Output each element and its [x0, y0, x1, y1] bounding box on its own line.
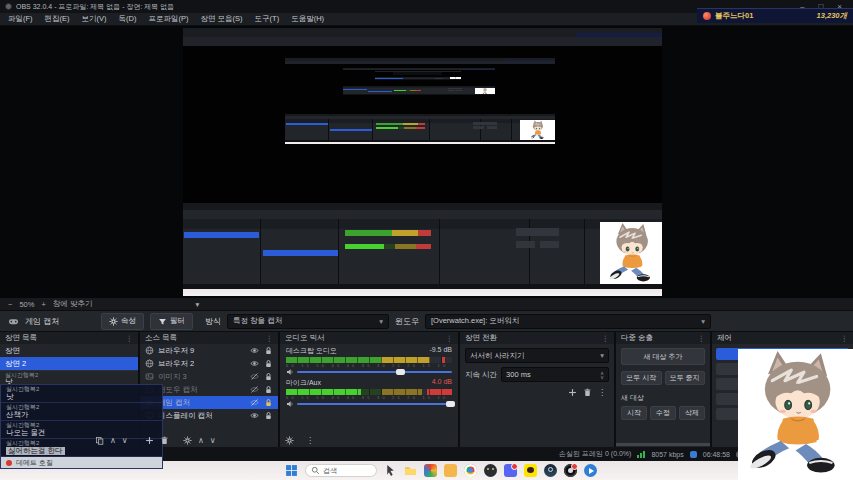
add-transition-icon[interactable] — [568, 388, 577, 397]
nested-desktop-level-2 — [285, 58, 555, 144]
lock-icon[interactable] — [264, 372, 273, 381]
taskbar-search[interactable]: 검색 — [305, 464, 377, 477]
taskbar-icon-kakaotalk[interactable] — [524, 464, 537, 477]
character-image — [738, 349, 853, 480]
eye-icon[interactable] — [250, 359, 259, 368]
mixer-gear-icon[interactable] — [285, 436, 294, 445]
multistream-scrollbar[interactable] — [616, 443, 710, 446]
duplicate-scene-icon[interactable] — [95, 436, 104, 445]
taskbar-icon-steam[interactable] — [544, 464, 557, 477]
transition-type-dropdown[interactable]: 서서히 사라지기▾ — [465, 348, 609, 363]
nested-desktop-level-3 — [343, 68, 495, 95]
source-down-icon[interactable]: ∨ — [210, 436, 216, 445]
source-row[interactable]: 브라우저 2 — [140, 357, 278, 370]
desktop-volume-slider[interactable] — [286, 368, 452, 376]
taskbar-icon-discord[interactable] — [504, 464, 517, 477]
multistream-menu-icon[interactable]: ⋮ — [698, 334, 706, 343]
menu-docks[interactable]: 독(D) — [119, 14, 137, 24]
signal-icon — [637, 451, 645, 458]
gamepad-icon — [8, 316, 19, 327]
remove-source-icon[interactable] — [160, 436, 169, 445]
record-dot-icon — [6, 460, 12, 466]
lock-icon[interactable] — [264, 385, 273, 394]
taskbar-icon-obs[interactable] — [564, 464, 577, 477]
taskbar-icon-folder[interactable] — [404, 464, 417, 477]
target-start-button[interactable]: 시작 — [621, 406, 647, 420]
lock-icon[interactable] — [264, 411, 273, 420]
selected-source-name: 게임 캡처 — [25, 316, 77, 327]
scene-down-icon[interactable]: ∨ — [122, 436, 128, 445]
menu-help[interactable]: 도움말(H) — [291, 14, 324, 24]
fit-to-window[interactable]: 창에 맞추기 — [53, 299, 93, 309]
duration-spinbox[interactable]: 300 ms ∧∨ — [501, 367, 609, 382]
dropped-frames: 손실된 프레임 0 (0.0%) — [559, 449, 631, 459]
speaker-icon[interactable] — [286, 368, 294, 376]
start-all-button[interactable]: 모두 시작 — [621, 371, 662, 385]
preview-canvas-content[interactable] — [183, 28, 662, 296]
transition-title: 장면 전환 — [465, 333, 497, 343]
mixer-menu-icon[interactable]: ⋮ — [446, 334, 454, 343]
taskbar-icon-files[interactable] — [444, 464, 457, 477]
stop-all-button[interactable]: 모두 중지 — [665, 371, 706, 385]
lock-icon[interactable] — [264, 359, 273, 368]
menu-scene-collection[interactable]: 장면 모음(S) — [201, 14, 243, 24]
overlay-scene-item[interactable]: 실시간행복2 낫 — [1, 385, 162, 403]
sources-title: 소스 목록 — [145, 333, 177, 343]
lock-icon[interactable] — [264, 398, 273, 407]
mixer-dots-icon[interactable]: ⋮ — [306, 436, 314, 445]
transition-dots-icon[interactable]: ⋮ — [598, 388, 606, 397]
lock-icon[interactable] — [264, 346, 273, 355]
menu-tools[interactable]: 도구(T) — [255, 14, 280, 24]
eye-off-icon[interactable] — [250, 372, 259, 381]
source-properties-icon[interactable] — [183, 436, 192, 445]
badge-logo-icon — [703, 12, 711, 20]
scene-item[interactable]: 장면 — [0, 344, 138, 357]
taskbar-icon-edge[interactable] — [424, 464, 437, 477]
mic-db-value: 4.0 dB — [432, 378, 452, 388]
zoom-caret-icon[interactable]: ▾ — [195, 300, 199, 309]
controls-title: 제어 — [717, 333, 732, 343]
start-button-icon[interactable] — [285, 464, 298, 477]
menu-profile[interactable]: 프로파일(P) — [149, 14, 189, 24]
zoom-out-button[interactable]: − — [8, 300, 12, 309]
scenes-menu-icon[interactable]: ⋮ — [126, 334, 134, 343]
taskbar-icon-emoji[interactable] — [484, 464, 497, 477]
eye-icon[interactable] — [250, 411, 259, 420]
nested-desktop-level-1 — [183, 28, 662, 296]
mode-dropdown[interactable]: 특정 창을 캡처▾ — [227, 314, 389, 329]
window-dropdown[interactable]: [Overwatch.exe]: 오버워치▾ — [425, 314, 711, 329]
cursor-icon[interactable] — [384, 464, 397, 477]
taskbar-icon-potplayer[interactable] — [584, 464, 597, 477]
eye-off-icon[interactable] — [250, 385, 259, 394]
transition-menu-icon[interactable]: ⋮ — [602, 334, 610, 343]
eye-off-icon[interactable] — [250, 398, 259, 407]
menu-file[interactable]: 파일(F) — [8, 14, 33, 24]
overlay-scene-item[interactable]: 실시간행복2 산책가 — [1, 403, 162, 421]
desktop-db-value: -9.5 dB — [429, 346, 452, 356]
menu-view[interactable]: 보기(V) — [82, 14, 107, 24]
eye-icon[interactable] — [250, 346, 259, 355]
filters-button[interactable]: 필터 — [150, 313, 193, 330]
add-source-icon[interactable] — [145, 436, 154, 445]
add-target-button[interactable]: 새 대상 추가 — [621, 348, 705, 365]
scene-item-selected[interactable]: 장면 2 — [0, 357, 138, 370]
source-row[interactable]: 브라우저 9 — [140, 344, 278, 357]
controls-menu-icon[interactable]: ⋮ — [841, 334, 849, 343]
speaker-icon[interactable] — [286, 400, 294, 408]
remove-transition-icon[interactable] — [583, 388, 592, 397]
source-row[interactable]: 이미지 3 — [140, 370, 278, 383]
source-up-icon[interactable]: ∧ — [198, 436, 204, 445]
taskbar-icon-chrome[interactable] — [464, 464, 477, 477]
browser-icon — [145, 359, 154, 368]
multistream-title: 다중 송출 — [621, 333, 653, 343]
target-delete-button[interactable]: 삭제 — [679, 406, 705, 420]
target-edit-button[interactable]: 수정 — [650, 406, 676, 420]
menu-edit[interactable]: 편집(E) — [45, 14, 70, 24]
scene-up-icon[interactable]: ∧ — [110, 436, 116, 445]
properties-button[interactable]: 속성 — [101, 313, 144, 330]
sources-menu-icon[interactable]: ⋮ — [266, 334, 274, 343]
overlay-footer[interactable]: 데메트 호질 — [1, 457, 162, 468]
zoom-in-button[interactable]: + — [41, 300, 45, 309]
preview-area — [0, 26, 853, 298]
mic-volume-slider[interactable] — [286, 400, 452, 408]
